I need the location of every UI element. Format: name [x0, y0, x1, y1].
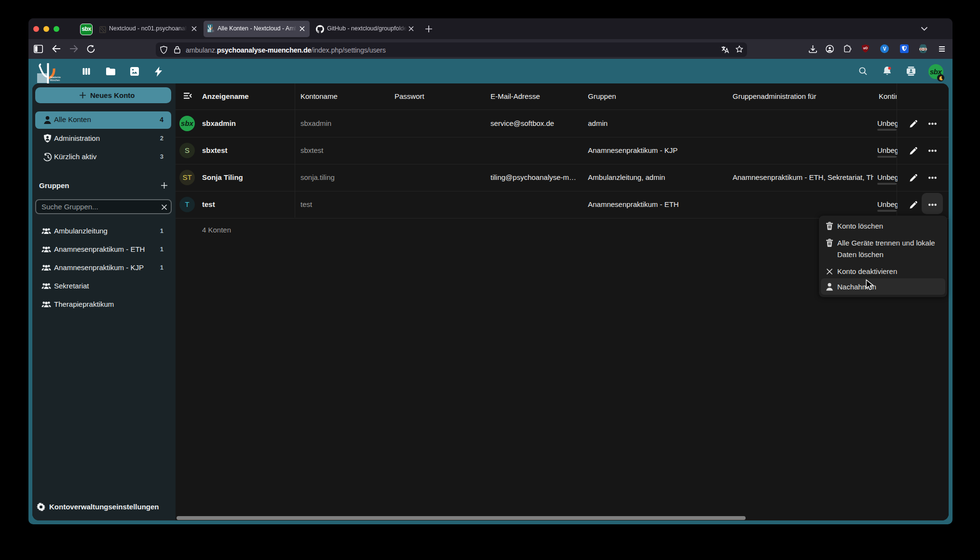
- svg-text:V: V: [883, 46, 886, 52]
- svg-text:uO: uO: [863, 46, 868, 50]
- svg-text:Akademie: Akademie: [50, 76, 61, 79]
- svg-text:München: München: [50, 79, 60, 82]
